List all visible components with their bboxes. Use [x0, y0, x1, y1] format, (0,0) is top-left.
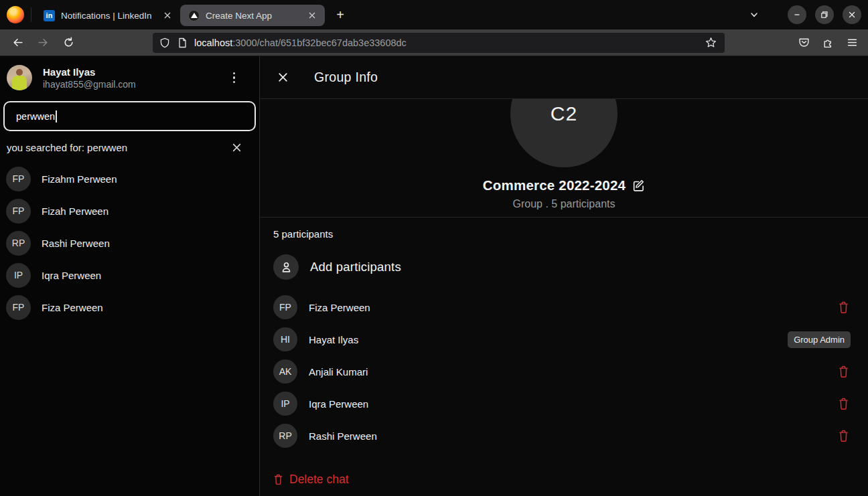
participant-row[interactable]: IP Iqra Perween	[273, 388, 851, 420]
close-panel-icon[interactable]	[276, 70, 290, 84]
search-result-row[interactable]: IP Iqra Perween	[0, 259, 259, 291]
page-info-icon[interactable]	[177, 37, 188, 48]
group-avatar[interactable]: C2	[510, 99, 618, 167]
pocket-icon[interactable]	[793, 32, 814, 54]
user-email: ihayat855@gmail.com	[43, 79, 136, 90]
url-text: localhost:3000/chat/651bf32bec67dab3e336…	[194, 37, 702, 48]
tab-title: Notifications | LinkedIn	[61, 11, 156, 21]
participant-row[interactable]: RP Rashi Perween	[273, 420, 851, 452]
search-result-name: Fizah Perween	[42, 205, 108, 217]
url-bar[interactable]: localhost:3000/chat/651bf32bec67dab3e336…	[153, 33, 725, 53]
delete-participant-button[interactable]	[837, 396, 851, 412]
tab-linkedin[interactable]: in Notifications | LinkedIn	[35, 5, 180, 26]
search-result-name: Iqra Perween	[42, 270, 101, 281]
close-tab-icon[interactable]	[306, 9, 318, 21]
avatar: AK	[273, 359, 297, 384]
delete-participant-button[interactable]	[837, 364, 851, 380]
text-caret	[56, 110, 57, 122]
search-result-row[interactable]: FP Fizah Perween	[0, 195, 259, 227]
participant-name: Anjali Kumari	[309, 366, 368, 378]
delete-chat-label: Delete chat	[289, 473, 349, 487]
edit-group-name-icon[interactable]	[632, 179, 645, 192]
back-icon[interactable]	[7, 32, 28, 54]
list-all-tabs-chevron-icon[interactable]	[749, 9, 760, 20]
tab-create-next-app[interactable]: Create Next App	[180, 5, 325, 26]
search-input[interactable]: perwwen	[3, 101, 256, 131]
panel-header: Group Info	[260, 56, 868, 99]
avatar: RP	[273, 424, 297, 448]
nextjs-icon	[188, 10, 200, 21]
maximize-button[interactable]	[815, 5, 834, 24]
search-summary-row: you searched for: perwwen	[7, 141, 252, 154]
participant-name: Iqra Perween	[309, 398, 368, 410]
reload-icon[interactable]	[58, 32, 79, 54]
avatar: FP	[273, 295, 297, 319]
group-name: Commerce 2022-2024	[483, 177, 626, 193]
participants-count-heading: 5 participants	[273, 228, 851, 240]
delete-chat-trash-icon	[273, 474, 283, 485]
participant-list: FP Fiza Perween HI Ha	[273, 291, 851, 452]
user-avatar[interactable]	[7, 65, 32, 90]
search-result-name: Fiza Perween	[42, 302, 103, 313]
add-participants-button[interactable]: Add participants	[273, 252, 851, 282]
tab-bar: in Notifications | LinkedIn Create Next …	[0, 0, 868, 29]
search-result-row[interactable]: FP Fiza Perween	[0, 291, 259, 323]
minimize-button[interactable]	[788, 5, 806, 24]
avatar: FP	[6, 295, 31, 320]
navigation-toolbar: localhost:3000/chat/651bf32bec67dab3e336…	[0, 29, 868, 56]
app-menu-hamburger-icon[interactable]	[841, 32, 863, 54]
browser-window: in Notifications | LinkedIn Create Next …	[0, 0, 868, 496]
clear-search-icon[interactable]	[230, 141, 243, 154]
avatar: IP	[6, 263, 31, 288]
extensions-puzzle-icon[interactable]	[817, 32, 839, 54]
group-summary-section: C2 Commerce 2022-2024 Group . 5 particip…	[260, 99, 868, 218]
user-profile: Hayat Ilyas ihayat855@gmail.com	[0, 56, 259, 97]
search-result-name: Fizahm Perween	[42, 173, 117, 185]
participant-name: Fiza Perween	[309, 302, 370, 313]
search-results-list: FP Fizahm Perween FP Fizah Perween RP Ra…	[0, 163, 259, 323]
participant-row[interactable]: HI Hayat Ilyas Group Admin	[273, 323, 851, 355]
search-summary-text: you searched for: perwwen	[7, 142, 127, 153]
url-path: :3000/chat/651bf32bec67dab3e33608dc	[232, 37, 407, 48]
avatar: FP	[6, 199, 31, 224]
group-subtitle: Group . 5 participants	[513, 198, 616, 210]
sidebar: Hayat Ilyas ihayat855@gmail.com perwwen …	[0, 56, 260, 496]
avatar: RP	[6, 231, 31, 256]
participant-row[interactable]: AK Anjali Kumari	[273, 355, 851, 388]
close-window-button[interactable]	[843, 5, 861, 24]
group-info-panel: Group Info C2 Commerce 2022-2024 Group .…	[260, 56, 868, 496]
avatar: IP	[273, 392, 297, 416]
url-host: localhost	[194, 37, 232, 48]
bookmark-star-icon[interactable]	[702, 34, 719, 52]
avatar: FP	[6, 167, 31, 191]
shield-icon[interactable]	[159, 37, 170, 48]
firefox-icon	[7, 6, 24, 23]
avatar: HI	[273, 327, 297, 351]
participants-section: 5 participants Add participants FP Fiza …	[260, 218, 868, 487]
forward-icon[interactable]	[32, 32, 54, 54]
window-controls	[788, 5, 861, 24]
add-participants-label: Add participants	[310, 260, 401, 274]
search-input-value: perwwen	[16, 111, 55, 122]
panel-title: Group Info	[314, 70, 378, 85]
divider	[31, 7, 31, 22]
participant-name: Hayat Ilyas	[309, 334, 358, 345]
tab-title: Create Next App	[206, 11, 301, 21]
participant-name: Rashi Perween	[309, 430, 377, 442]
delete-participant-button[interactable]	[837, 428, 851, 444]
search-result-row[interactable]: FP Fizahm Perween	[0, 163, 259, 195]
close-tab-icon[interactable]	[161, 9, 173, 21]
add-person-icon	[273, 254, 299, 280]
more-options-kebab-icon[interactable]	[229, 68, 240, 88]
group-admin-badge: Group Admin	[788, 331, 851, 348]
toolbar-right-icons	[790, 32, 863, 54]
linkedin-icon: in	[44, 10, 55, 21]
search-result-row[interactable]: RP Rashi Perween	[0, 227, 259, 259]
search-result-name: Rashi Perween	[42, 238, 110, 249]
delete-participant-button[interactable]	[837, 300, 851, 315]
delete-chat-button[interactable]: Delete chat	[273, 473, 851, 487]
user-name: Hayat Ilyas	[43, 66, 136, 78]
participant-row[interactable]: FP Fiza Perween	[273, 291, 851, 323]
new-tab-button[interactable]: +	[330, 5, 350, 25]
